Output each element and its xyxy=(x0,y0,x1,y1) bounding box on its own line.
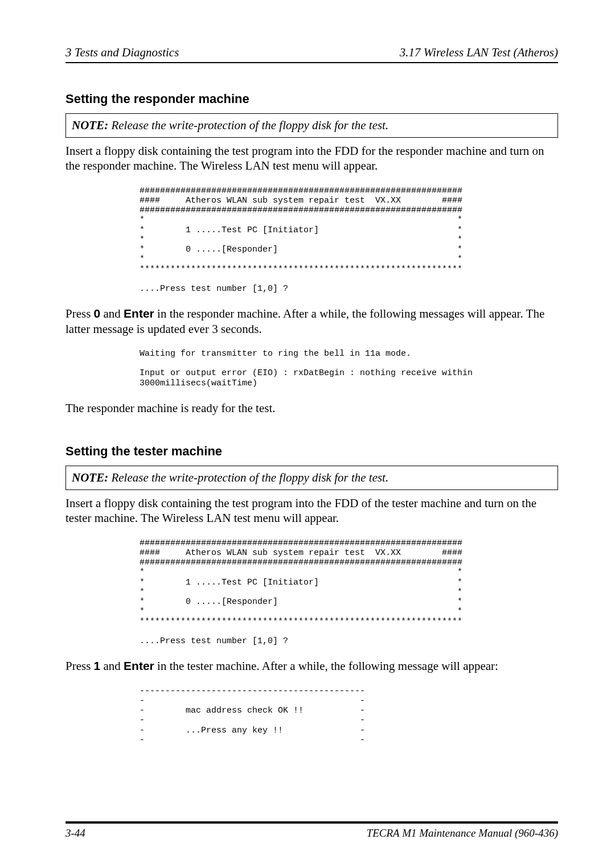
page: 3 Tests and Diagnostics 3.17 Wireless LA… xyxy=(0,0,615,868)
footer-right: TECRA M1 Maintenance Manual (960-436) xyxy=(367,827,558,840)
wlan-menu-responder: ########################################… xyxy=(140,186,558,294)
footer-rule xyxy=(65,821,558,824)
press-key-0: 0 xyxy=(94,307,101,320)
section-heading-tester: Setting the tester machine xyxy=(65,444,558,459)
header-left: 3 Tests and Diagnostics xyxy=(65,46,179,60)
mac-check-block: ----------------------------------------… xyxy=(140,686,558,746)
intro-tester: Insert a floppy disk containing the test… xyxy=(65,496,558,526)
press-key-enter: Enter xyxy=(124,307,154,320)
intro-responder: Insert a floppy disk containing the test… xyxy=(65,143,558,174)
press-instruction-tester: Press 1 and Enter in the tester machine.… xyxy=(65,659,558,673)
running-footer: 3-44 TECRA M1 Maintenance Manual (960-43… xyxy=(65,827,558,840)
note-text: Release the write-protection of the flop… xyxy=(108,471,388,484)
note-label: NOTE: xyxy=(72,471,108,484)
footer-left: 3-44 xyxy=(65,827,85,840)
note-box-responder: NOTE: Release the write-protection of th… xyxy=(65,113,558,138)
press-suffix: in the tester machine. After a while, th… xyxy=(154,659,498,673)
press-key-1: 1 xyxy=(94,659,101,672)
press-prefix: Press xyxy=(65,659,94,673)
responder-ready-text: The responder machine is ready for the t… xyxy=(65,401,558,416)
note-box-tester: NOTE: Release the write-protection of th… xyxy=(65,466,558,490)
press-prefix: Press xyxy=(65,307,94,320)
press-mid: and xyxy=(100,307,124,320)
section-heading-responder: Setting the responder machine xyxy=(65,92,558,106)
running-header: 3 Tests and Diagnostics 3.17 Wireless LA… xyxy=(65,46,558,60)
press-key-enter: Enter xyxy=(124,659,154,672)
note-text: Release the write-protection of the flop… xyxy=(108,118,388,132)
wait-message-block: Waiting for transmitter to ring the bell… xyxy=(140,349,558,388)
press-mid: and xyxy=(100,659,124,673)
note-label: NOTE: xyxy=(72,118,108,132)
header-right: 3.17 Wireless LAN Test (Atheros) xyxy=(400,46,558,60)
press-instruction-responder: Press 0 and Enter in the responder machi… xyxy=(65,306,558,336)
header-rule xyxy=(65,62,558,63)
wlan-menu-tester: ########################################… xyxy=(140,538,558,647)
